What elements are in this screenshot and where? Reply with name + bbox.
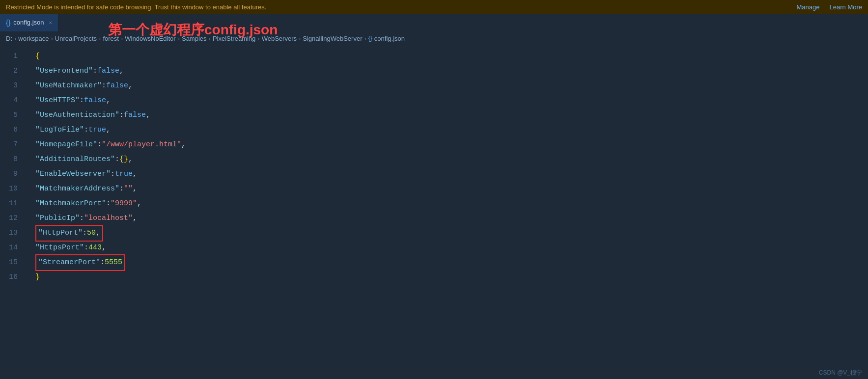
- line-number: 1: [4, 49, 18, 64]
- code-content[interactable]: { "UseFrontend": false, "UseMatchmaker":…: [26, 45, 868, 379]
- highlight-box: "StreamerPort": 5555: [35, 254, 125, 271]
- line-number: 2: [4, 64, 18, 79]
- restricted-banner: Restricted Mode is intended for safe cod…: [0, 0, 868, 14]
- line-number: 5: [4, 108, 18, 123]
- line-number: 11: [4, 196, 18, 211]
- code-line: "HttpPort": 50,: [26, 226, 868, 241]
- editor-title: 第一个虚幻程序config.json: [108, 21, 278, 39]
- code-line: "EnableWebserver": true,: [26, 167, 868, 182]
- line-number: 14: [4, 241, 18, 255]
- manage-link[interactable]: Manage: [797, 3, 820, 11]
- tab-close-button[interactable]: ×: [49, 20, 52, 26]
- tab-bar: {} config.json × 第一个虚幻程序config.json: [0, 14, 868, 31]
- code-line: "UseFrontend": false,: [26, 64, 868, 79]
- code-line: "UseMatchmaker": false,: [26, 79, 868, 93]
- line-number: 13: [4, 226, 18, 241]
- line-number: 10: [4, 182, 18, 196]
- code-line: "UseHTTPS": false,: [26, 93, 868, 108]
- breadcrumb-sep-7: ›: [299, 35, 301, 42]
- code-line: "MatchmakerAddress": "",: [26, 182, 868, 196]
- banner-message: Restricted Mode is intended for safe cod…: [6, 3, 787, 11]
- code-line: "UseAuthentication": false,: [26, 108, 868, 123]
- breadcrumb-drive: D:: [6, 35, 12, 42]
- breadcrumb-sep-0: ›: [14, 35, 16, 42]
- breadcrumb-signallingwebserver[interactable]: SignallingWebServer: [303, 35, 362, 42]
- line-number: 12: [4, 211, 18, 226]
- line-number: 8: [4, 152, 18, 167]
- line-number: 3: [4, 79, 18, 93]
- breadcrumb-sep-2: ›: [99, 35, 101, 42]
- breadcrumb-unrealprojects[interactable]: UnrealProjects: [55, 35, 97, 42]
- breadcrumb-sep-8: ›: [364, 35, 366, 42]
- breadcrumb-workspace[interactable]: workspace: [18, 35, 49, 42]
- breadcrumb-sep-1: ›: [51, 35, 53, 42]
- editor-area: 12345678910111213141516 { "UseFrontend":…: [0, 45, 868, 379]
- line-number: 16: [4, 270, 18, 285]
- learn-more-link[interactable]: Learn More: [830, 3, 862, 11]
- code-line: }: [26, 270, 868, 285]
- highlight-box: "HttpPort": 50,: [35, 225, 103, 242]
- code-line: "HttpsPort": 443,: [26, 241, 868, 255]
- line-number: 6: [4, 123, 18, 137]
- line-number: 9: [4, 167, 18, 182]
- breadcrumb-json-icon: {}: [368, 35, 372, 42]
- code-line: "AdditionalRoutes": {},: [26, 152, 868, 167]
- code-line: "PublicIp": "localhost",: [26, 211, 868, 226]
- line-number: 4: [4, 93, 18, 108]
- line-numbers: 12345678910111213141516: [0, 45, 26, 379]
- code-line: {: [26, 49, 868, 64]
- code-line: "MatchmakerPort": "9999",: [26, 196, 868, 211]
- tab-filename: config.json: [13, 19, 44, 26]
- code-line: "HomepageFile": "/www/player.html",: [26, 137, 868, 152]
- line-number: 7: [4, 137, 18, 152]
- file-tab[interactable]: {} config.json ×: [0, 14, 58, 31]
- json-file-icon: {}: [6, 19, 10, 27]
- footer-credit: CSDN @V_槐宁: [813, 367, 868, 379]
- breadcrumb-config-json[interactable]: config.json: [374, 35, 405, 42]
- code-line: "LogToFile": true,: [26, 123, 868, 137]
- line-number: 15: [4, 255, 18, 270]
- code-line: "StreamerPort": 5555: [26, 255, 868, 270]
